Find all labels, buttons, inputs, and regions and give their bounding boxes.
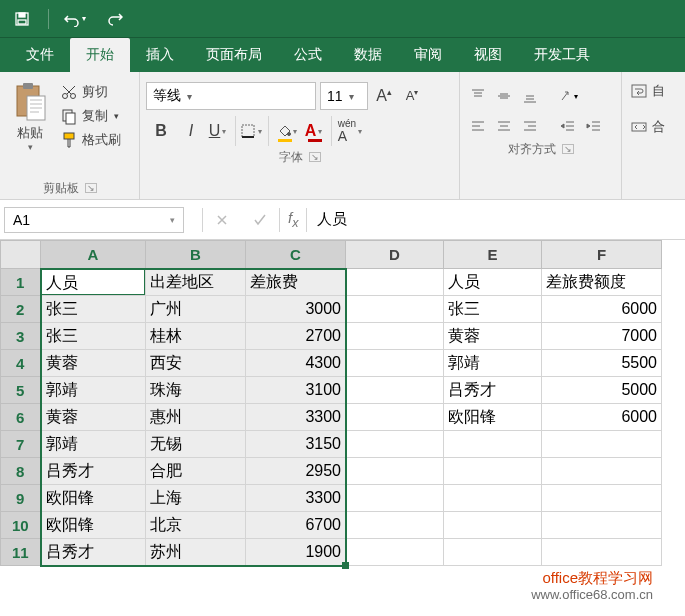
cell-E8[interactable] — [444, 458, 542, 485]
cell-A5[interactable]: 郭靖 — [41, 377, 146, 404]
cell-A1[interactable]: 人员 — [41, 269, 146, 296]
spreadsheet-grid[interactable]: ABCDEF1人员出差地区差旅费人员差旅费额度2张三广州3000张三60003张… — [0, 240, 685, 566]
cell-F5[interactable]: 5000 — [542, 377, 662, 404]
cell-C10[interactable]: 6700 — [246, 512, 346, 539]
row-header-2[interactable]: 2 — [1, 296, 41, 323]
cell-D10[interactable] — [346, 512, 444, 539]
col-header-D[interactable]: D — [346, 241, 444, 269]
row-header-4[interactable]: 4 — [1, 350, 41, 377]
tab-data[interactable]: 数据 — [338, 38, 398, 72]
cell-F11[interactable] — [542, 539, 662, 566]
cell-C8[interactable]: 2950 — [246, 458, 346, 485]
cell-D6[interactable] — [346, 404, 444, 431]
cell-D7[interactable] — [346, 431, 444, 458]
cell-C6[interactable]: 3300 — [246, 404, 346, 431]
tab-review[interactable]: 审阅 — [398, 38, 458, 72]
cell-E4[interactable]: 郭靖 — [444, 350, 542, 377]
cell-A3[interactable]: 张三 — [41, 323, 146, 350]
cell-F1[interactable]: 差旅费额度 — [542, 269, 662, 296]
cell-E11[interactable] — [444, 539, 542, 566]
cell-B11[interactable]: 苏州 — [146, 539, 246, 566]
cell-C11[interactable]: 1900 — [246, 539, 346, 566]
cell-C3[interactable]: 2700 — [246, 323, 346, 350]
enter-formula-button[interactable] — [241, 212, 279, 228]
font-size-select[interactable]: 11 — [320, 82, 368, 110]
cell-A7[interactable]: 郭靖 — [41, 431, 146, 458]
cell-A8[interactable]: 吕秀才 — [41, 458, 146, 485]
font-name-select[interactable]: 等线 — [146, 82, 316, 110]
font-color-button[interactable]: A▾ — [302, 116, 332, 146]
cell-F4[interactable]: 5500 — [542, 350, 662, 377]
cell-B6[interactable]: 惠州 — [146, 404, 246, 431]
cell-E7[interactable] — [444, 431, 542, 458]
phonetic-button[interactable]: wénA▾ — [335, 116, 365, 146]
decrease-indent-button[interactable] — [556, 114, 580, 138]
tab-home[interactable]: 开始 — [70, 38, 130, 72]
cell-B7[interactable]: 无锡 — [146, 431, 246, 458]
increase-indent-button[interactable] — [582, 114, 606, 138]
cell-A6[interactable]: 黄蓉 — [41, 404, 146, 431]
cell-E6[interactable]: 欧阳锋 — [444, 404, 542, 431]
cell-E3[interactable]: 黄蓉 — [444, 323, 542, 350]
name-box[interactable]: A1 — [4, 207, 184, 233]
cell-C9[interactable]: 3300 — [246, 485, 346, 512]
increase-font-button[interactable]: A▴ — [372, 82, 396, 110]
align-right-button[interactable] — [518, 114, 542, 138]
row-header-8[interactable]: 8 — [1, 458, 41, 485]
cell-D2[interactable] — [346, 296, 444, 323]
merge-center-button[interactable]: 合 — [630, 118, 665, 136]
cell-B10[interactable]: 北京 — [146, 512, 246, 539]
cell-C7[interactable]: 3150 — [246, 431, 346, 458]
cell-E2[interactable]: 张三 — [444, 296, 542, 323]
cell-B9[interactable]: 上海 — [146, 485, 246, 512]
align-bottom-button[interactable] — [518, 84, 542, 108]
border-button[interactable]: ▾ — [239, 116, 269, 146]
wrap-text-button[interactable]: 自 — [630, 82, 665, 100]
copy-button[interactable]: 复制▾ — [58, 106, 123, 126]
underline-button[interactable]: U▾ — [206, 116, 236, 146]
fx-button[interactable]: fx — [280, 209, 306, 230]
cell-A11[interactable]: 吕秀才 — [41, 539, 146, 566]
cell-C4[interactable]: 4300 — [246, 350, 346, 377]
cell-E5[interactable]: 吕秀才 — [444, 377, 542, 404]
col-header-B[interactable]: B — [146, 241, 246, 269]
cell-C5[interactable]: 3100 — [246, 377, 346, 404]
cell-F6[interactable]: 6000 — [542, 404, 662, 431]
fill-color-button[interactable]: ▾ — [272, 116, 302, 146]
cell-B1[interactable]: 出差地区 — [146, 269, 246, 296]
align-center-button[interactable] — [492, 114, 516, 138]
cell-E9[interactable] — [444, 485, 542, 512]
cell-A9[interactable]: 欧阳锋 — [41, 485, 146, 512]
cell-F10[interactable] — [542, 512, 662, 539]
row-header-7[interactable]: 7 — [1, 431, 41, 458]
cell-E1[interactable]: 人员 — [444, 269, 542, 296]
cell-B4[interactable]: 西安 — [146, 350, 246, 377]
row-header-3[interactable]: 3 — [1, 323, 41, 350]
cell-B3[interactable]: 桂林 — [146, 323, 246, 350]
redo-button[interactable] — [101, 5, 129, 33]
cell-B5[interactable]: 珠海 — [146, 377, 246, 404]
cell-D4[interactable] — [346, 350, 444, 377]
cell-D11[interactable] — [346, 539, 444, 566]
undo-button[interactable]: ▾ — [61, 5, 89, 33]
cell-D1[interactable] — [346, 269, 444, 296]
align-left-button[interactable] — [466, 114, 490, 138]
italic-button[interactable]: I — [176, 116, 206, 146]
dialog-launcher-icon[interactable]: ↘ — [562, 144, 574, 154]
tab-view[interactable]: 视图 — [458, 38, 518, 72]
formula-value[interactable]: 人员 — [307, 210, 357, 229]
cell-A4[interactable]: 黄蓉 — [41, 350, 146, 377]
select-all-corner[interactable] — [1, 241, 41, 269]
cell-D5[interactable] — [346, 377, 444, 404]
tab-layout[interactable]: 页面布局 — [190, 38, 278, 72]
cell-A10[interactable]: 欧阳锋 — [41, 512, 146, 539]
align-middle-button[interactable] — [492, 84, 516, 108]
cell-F9[interactable] — [542, 485, 662, 512]
tab-insert[interactable]: 插入 — [130, 38, 190, 72]
row-header-6[interactable]: 6 — [1, 404, 41, 431]
save-button[interactable] — [8, 5, 36, 33]
tab-formulas[interactable]: 公式 — [278, 38, 338, 72]
cell-F8[interactable] — [542, 458, 662, 485]
tab-file[interactable]: 文件 — [10, 38, 70, 72]
cell-B2[interactable]: 广州 — [146, 296, 246, 323]
